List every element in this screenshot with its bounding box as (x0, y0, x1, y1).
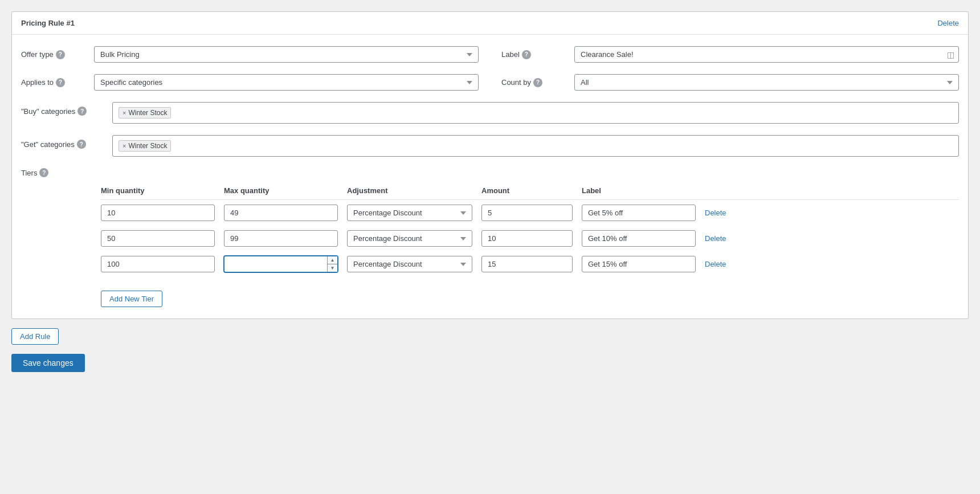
offer-type-row: Offer type ? Bulk Pricing Buy X Get Y Si… (21, 46, 959, 63)
header-actions (705, 186, 739, 195)
tier-2-delete-wrapper: Delete (705, 260, 739, 268)
label-label: Label ? (501, 50, 570, 59)
rule-card: Pricing Rule #1 Delete Offer type ? Bulk… (11, 11, 969, 319)
tiers-help-icon: ? (39, 168, 48, 177)
tier-2-adjustment-wrapper: Percentage Discount Fixed Discount Fixed… (347, 256, 472, 272)
label-group: Label ? ◫ (501, 46, 959, 63)
tier-0-max-qty[interactable] (224, 205, 338, 221)
rule-header: Pricing Rule #1 Delete (12, 12, 968, 35)
tier-1-delete-wrapper: Delete (705, 234, 739, 243)
tiers-section: Tiers ? Min quantity Max quantity Adjust… (21, 168, 959, 307)
header-label: Label (582, 186, 696, 195)
tier-2-min-qty[interactable] (101, 256, 215, 272)
buy-categories-label: "Buy" categories ? (21, 102, 112, 116)
tier-0-amount[interactable] (481, 205, 573, 221)
add-tier-wrapper: Add New Tier (101, 284, 959, 307)
header-min-qty: Min quantity (101, 186, 215, 195)
buy-categories-row: "Buy" categories ? × Winter Stock (21, 102, 959, 124)
count-by-label: Count by ? (501, 78, 570, 87)
tier-1-max-qty[interactable] (224, 230, 338, 247)
count-by-help-icon: ? (533, 78, 542, 87)
tier-2-adjustment[interactable]: Percentage Discount Fixed Discount Fixed… (347, 256, 472, 272)
buy-category-tag-0: × Winter Stock (119, 107, 171, 119)
tier-1-amount[interactable] (481, 230, 573, 247)
applies-to-select[interactable]: Specific categories All products Specifi… (94, 74, 479, 91)
tier-1-min-qty-wrapper (101, 230, 215, 247)
get-categories-label: "Get" categories ? (21, 135, 112, 149)
save-changes-button[interactable]: Save changes (11, 354, 85, 372)
offer-type-label: Offer type ? (21, 50, 89, 59)
tier-row-0: Percentage Discount Fixed Discount Fixed… (101, 200, 959, 226)
label-input-wrapper: ◫ (574, 46, 959, 63)
tier-2-amount[interactable] (481, 256, 573, 272)
delete-rule-link[interactable]: Delete (937, 19, 959, 27)
label-icon: ◫ (947, 50, 954, 59)
tier-1-min-qty[interactable] (101, 230, 215, 247)
tier-0-min-qty-wrapper (101, 205, 215, 221)
tier-1-max-qty-wrapper (224, 230, 338, 247)
page-wrapper: Pricing Rule #1 Delete Offer type ? Bulk… (11, 11, 969, 494)
tier-2-max-qty-wrapper: ▲ ▼ (224, 256, 338, 272)
tier-0-delete-link[interactable]: Delete (705, 209, 726, 217)
applies-to-help-icon: ? (56, 78, 65, 87)
offer-type-group: Offer type ? Bulk Pricing Buy X Get Y Si… (21, 46, 479, 63)
label-input[interactable] (574, 46, 959, 63)
tier-2-spinner-down[interactable]: ▼ (328, 264, 337, 272)
get-categories-row: "Get" categories ? × Winter Stock (21, 135, 959, 157)
rule-body: Offer type ? Bulk Pricing Buy X Get Y Si… (12, 35, 968, 319)
header-max-qty: Max quantity (224, 186, 338, 195)
get-categories-field[interactable]: × Winter Stock (112, 135, 959, 157)
buy-categories-help-icon: ? (77, 107, 87, 116)
tier-1-adjustment-wrapper: Percentage Discount Fixed Discount Fixed… (347, 230, 472, 247)
applies-to-row: Applies to ? Specific categories All pro… (21, 74, 959, 91)
add-new-tier-button[interactable]: Add New Tier (101, 291, 162, 307)
count-by-select[interactable]: All Product Variation (574, 74, 959, 91)
rule-title: Pricing Rule #1 (21, 19, 75, 27)
tier-2-max-qty[interactable] (224, 256, 338, 272)
offer-type-select[interactable]: Bulk Pricing Buy X Get Y Simple Discount (94, 46, 479, 63)
add-rule-button[interactable]: Add Rule (11, 328, 59, 345)
tier-row-1: Percentage Discount Fixed Discount Fixed… (101, 226, 959, 251)
tier-0-label[interactable] (582, 205, 696, 221)
get-categories-help-icon: ? (77, 140, 86, 149)
tiers-table: Min quantity Max quantity Adjustment Amo… (21, 186, 959, 307)
tier-2-min-qty-wrapper (101, 256, 215, 272)
tier-0-label-wrapper (582, 205, 696, 221)
tier-1-amount-wrapper (481, 230, 573, 247)
count-by-group: Count by ? All Product Variation (501, 74, 959, 91)
tier-0-amount-wrapper (481, 205, 573, 221)
get-category-tag-0: × Winter Stock (119, 140, 171, 152)
label-help-icon: ? (522, 50, 531, 59)
applies-to-label: Applies to ? (21, 78, 89, 87)
get-tag-remove-0[interactable]: × (122, 142, 126, 149)
tier-0-adjustment[interactable]: Percentage Discount Fixed Discount Fixed… (347, 205, 472, 221)
tier-2-spinner-up[interactable]: ▲ (328, 256, 337, 264)
tier-1-adjustment[interactable]: Percentage Discount Fixed Discount Fixed… (347, 230, 472, 247)
tier-0-max-qty-wrapper (224, 205, 338, 221)
tier-0-min-qty[interactable] (101, 205, 215, 221)
tier-2-max-qty-number-wrapper: ▲ ▼ (224, 256, 338, 272)
tier-1-label[interactable] (582, 230, 696, 247)
tiers-header: Min quantity Max quantity Adjustment Amo… (101, 186, 959, 200)
tier-2-amount-wrapper (481, 256, 573, 272)
tier-2-label[interactable] (582, 256, 696, 272)
tier-2-delete-link[interactable]: Delete (705, 260, 726, 268)
header-amount: Amount (481, 186, 573, 195)
tiers-label: Tiers ? (21, 168, 959, 177)
header-adjustment: Adjustment (347, 186, 472, 195)
applies-to-group: Applies to ? Specific categories All pro… (21, 74, 479, 91)
tier-1-label-wrapper (582, 230, 696, 247)
tier-0-adjustment-wrapper: Percentage Discount Fixed Discount Fixed… (347, 205, 472, 221)
tier-2-label-wrapper (582, 256, 696, 272)
buy-tag-remove-0[interactable]: × (122, 109, 126, 116)
tier-0-delete-wrapper: Delete (705, 209, 739, 217)
bottom-actions: Add Rule (11, 328, 969, 345)
tier-2-spinners: ▲ ▼ (327, 256, 337, 272)
offer-type-help-icon: ? (56, 50, 65, 59)
tier-1-delete-link[interactable]: Delete (705, 234, 726, 243)
buy-categories-field[interactable]: × Winter Stock (112, 102, 959, 124)
tier-row-2: ▲ ▼ Percentage Discount Fixed Discount F… (101, 251, 959, 277)
